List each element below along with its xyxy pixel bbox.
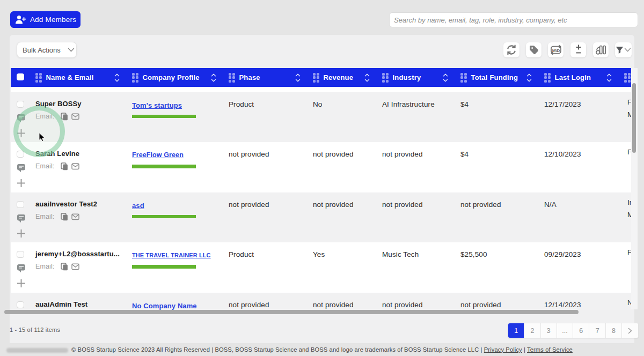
svg-text:M\D: M\D [552, 48, 560, 53]
